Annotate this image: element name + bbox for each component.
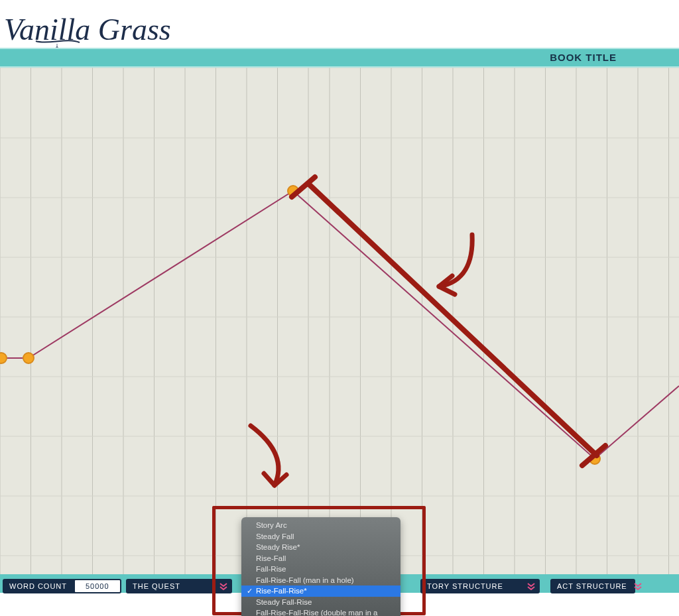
svg-rect-0 — [0, 68, 679, 576]
word-count-input[interactable]: 50000 — [74, 579, 121, 593]
word-count-label: WORD COUNT — [3, 582, 74, 590]
svg-point-34 — [23, 353, 34, 363]
dropdown-item[interactable]: Story Arc — [241, 520, 401, 531]
dropdown-item[interactable]: Rise-Fall — [241, 553, 401, 564]
word-count-pill: WORD COUNT 50000 — [3, 579, 115, 593]
story-arc-dropdown-popup: Story Arc Steady Fall Steady Rise* Rise-… — [241, 517, 401, 616]
chevron-down-icon — [634, 582, 642, 591]
dropdown-item[interactable]: Steady Fall-Rise — [241, 597, 401, 608]
chevron-down-icon — [219, 582, 228, 591]
act-structure-dropdown[interactable]: ACT STRUCTURE — [550, 579, 635, 593]
story-structure-label: TORY STRUCTURE — [420, 582, 510, 590]
story-structure-dropdown[interactable]: TORY STRUCTURE — [420, 579, 540, 593]
archetype-label: THE QUEST — [126, 582, 187, 590]
book-title-label[interactable]: BOOK TITLE — [550, 52, 617, 63]
dropdown-item[interactable]: Fall-Rise-Fall-Rise (double man in a hol… — [241, 607, 401, 616]
dropdown-item[interactable]: Steady Fall — [241, 531, 401, 542]
act-structure-label: ACT STRUCTURE — [550, 582, 634, 590]
story-arc-chart[interactable] — [0, 68, 679, 576]
dropdown-item[interactable]: Fall-Rise-Fall (man in a hole) — [241, 575, 401, 586]
app-header: Vanilla Grass — [0, 0, 679, 48]
svg-point-33 — [0, 353, 7, 363]
title-bar: BOOK TITLE — [0, 48, 679, 68]
archetype-dropdown[interactable]: THE QUEST — [126, 579, 232, 593]
dropdown-item-selected[interactable]: Rise-Fall-Rise* — [241, 585, 401, 597]
app-logo: Vanilla Grass — [4, 15, 171, 45]
dropdown-item[interactable]: Steady Rise* — [241, 542, 401, 553]
chevron-down-icon — [526, 582, 536, 591]
dropdown-item[interactable]: Fall-Rise — [241, 564, 401, 575]
